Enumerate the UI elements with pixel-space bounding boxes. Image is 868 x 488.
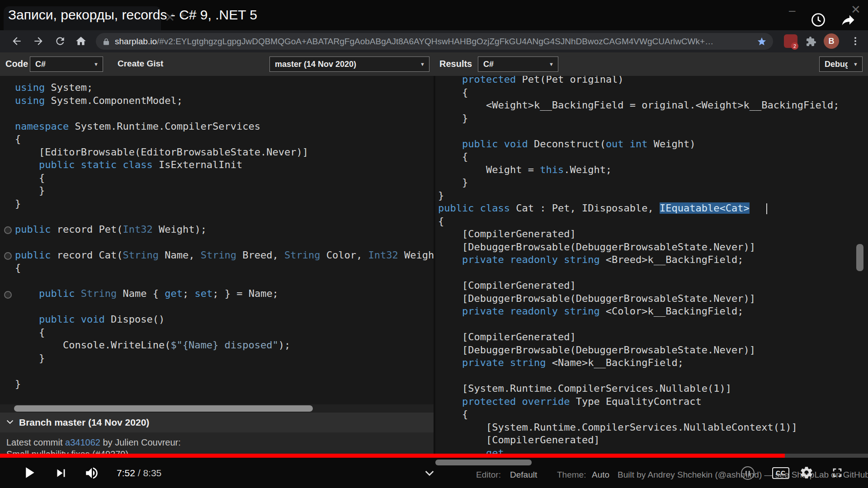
code-line: { [15,172,434,185]
watch-later-icon[interactable] [810,12,826,28]
code-line [438,370,839,383]
code-line [15,236,434,249]
code-line: public class Cat : Pet, IDisposable, IEq… [438,202,839,215]
chevron-down-icon: ▼ [94,61,99,67]
results-horizontal-scrollbar-thumb[interactable] [435,460,532,465]
language-select-right[interactable]: C# ▼ [478,56,558,72]
code-line: [DebuggerBrowsable(DebuggerBrowsableStat… [438,241,839,254]
forward-icon[interactable] [33,35,44,47]
avatar-initial: B [829,37,835,46]
code-line: [CompilerGenerated] [438,228,839,241]
profile-avatar[interactable]: B [824,33,839,49]
browser-toolbar: sharplab.io/#v2:EYLgtghgzgLgpgJwDQBMQGoA… [0,30,868,52]
video-progress-bar[interactable] [0,454,868,458]
code-line: { [15,326,434,339]
code-line [15,107,434,120]
url-domain: sharplab.io [115,37,157,46]
language-select-right-value: C# [483,60,543,69]
code-line: public void Deconstruct(out int Weight) [438,138,839,151]
pause-bar [745,471,747,476]
reload-icon[interactable] [54,35,66,47]
results-panel[interactable]: protected Pet(Pet original) { <Weight>k_… [435,76,868,458]
back-icon[interactable] [11,35,23,47]
code-line: namespace System.Runtime.CompilerService… [15,120,434,133]
code-line: public void Dispose() [15,313,434,326]
commit-hash-link[interactable]: a341062 [65,437,100,447]
code-line [15,300,434,314]
create-gist-button[interactable]: Create Gist [118,59,163,69]
editor-setting-label: Editor: [476,470,501,480]
chevron-down-icon: ▼ [420,61,425,67]
browser-menu-kebab-icon[interactable] [850,36,861,47]
commit-prefix: Latest commit [6,437,65,447]
code-line: { [438,408,839,421]
window-minimize-icon[interactable]: – [789,4,795,18]
bookmark-star-icon[interactable] [757,37,767,47]
time-display: 7:52 / 8:35 [117,468,161,479]
adblock-extension-icon[interactable]: 2 [784,34,797,48]
decompiled-code: protected Pet(Pet original) { <Weight>k_… [438,76,839,458]
closed-captions-button[interactable]: CC [772,467,789,479]
vertical-scrollbar-thumb[interactable] [856,244,863,271]
horizontal-scrollbar[interactable] [0,404,434,413]
code-line: private readonly string <Breed>k__Backin… [438,253,839,267]
code-line: using System; [15,81,434,94]
home-icon[interactable] [75,35,87,47]
code-line [438,318,839,331]
mode-select[interactable]: Debug ▼ [819,56,863,72]
code-line: Console.WriteLine($"{Name} disposed"); [15,339,434,352]
editor-setting-value[interactable]: Default [510,470,537,480]
code-line: [EditorBrowsable(EditorBrowsableState.Ne… [15,146,434,159]
theme-setting-label: Theme: [557,470,586,480]
code-line: using System.ComponentModel; [15,94,434,108]
code-line: private readonly string <Color>k__Backin… [438,305,839,318]
scrollbar-thumb[interactable] [14,405,313,412]
code-line: Weight = this.Weight; [438,164,839,177]
code-line: [DebuggerBrowsable(DebuggerBrowsableStat… [438,344,839,357]
code-line: [System.Runtime.CompilerServices.Nullabl… [438,421,839,434]
share-icon[interactable] [840,12,856,28]
code-line: } [438,176,839,189]
screen: ✕ + Записи, рекорды, records - C# 9, .NE… [0,0,868,488]
branch-expander[interactable]: Branch master (14 Nov 2020) [0,413,434,432]
chevron-down-icon: ▼ [853,61,858,67]
url-text: sharplab.io/#v2:EYLgtghgzgLgpgJwDQBMQGoA… [115,37,757,47]
code-line: <Weight>k__BackingField = original.<Weig… [438,99,839,112]
gutter-marker-icon [4,226,12,234]
panel-divider [434,52,435,458]
branch-select[interactable]: master (14 Nov 2020) ▼ [269,56,429,72]
source-code: using System;using System.ComponentModel… [15,81,434,390]
video-progress-played [0,454,785,458]
code-line: } [15,352,434,365]
results-label: Results [439,59,472,69]
theme-setting-value[interactable]: Auto [592,470,609,480]
code-line: public record Pet(Int32 Weight); [15,223,434,236]
video-title-bar: ✕ + Записи, рекорды, records - C# 9, .NE… [0,0,868,30]
volume-icon[interactable] [84,465,99,481]
settings-gear-icon[interactable] [799,465,814,480]
chevron-down-icon: ▼ [549,61,554,67]
next-button[interactable] [53,465,69,481]
code-editor-panel[interactable]: using System;using System.ComponentModel… [0,76,434,404]
code-line: } [15,197,434,211]
text-caret [766,203,767,214]
time-total: 8:35 [143,468,161,478]
code-line: [CompilerGenerated] [438,331,839,344]
collapse-chevron-icon[interactable] [422,465,437,480]
autoplay-toggle-icon[interactable] [741,466,755,480]
code-line: { [438,86,839,99]
code-line: private string <Name>k__BackingField; [438,357,839,370]
code-line [438,267,839,280]
code-line: protected override Type EqualityContract [438,395,839,408]
extensions-puzzle-icon[interactable] [806,36,816,47]
code-line: public record Cat(String Name, String Br… [15,249,434,262]
language-select-left[interactable]: C# ▼ [30,56,103,72]
code-line: } [15,378,434,391]
play-button[interactable] [20,464,38,482]
fullscreen-icon[interactable] [830,465,844,480]
code-line: { [438,150,839,164]
address-bar[interactable]: sharplab.io/#v2:EYLgtghgzgLgpgJwDQBMQGoA… [96,33,773,50]
code-line: [CompilerGenerated] [438,434,839,447]
language-select-left-value: C# [35,60,88,69]
code-line [438,125,839,138]
